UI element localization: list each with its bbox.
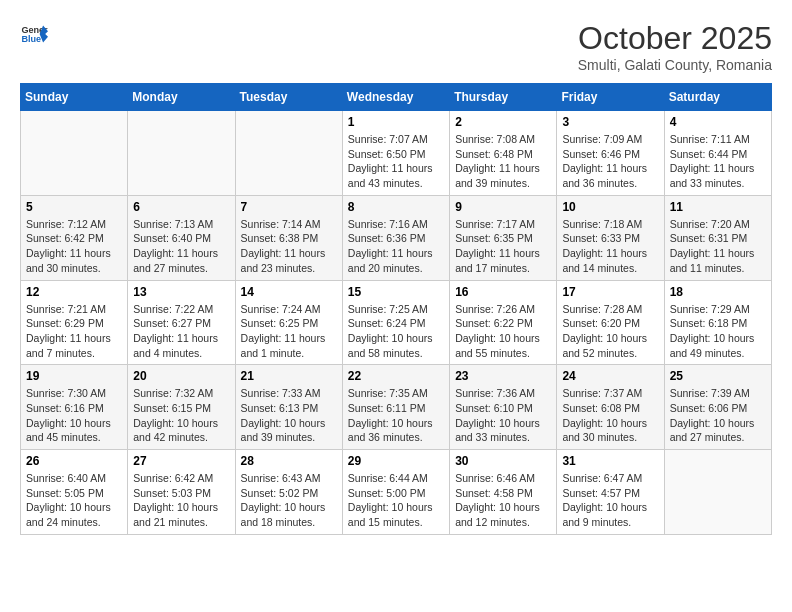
cell-content: Sunrise: 7:33 AM Sunset: 6:13 PM Dayligh… xyxy=(241,386,337,445)
day-number: 28 xyxy=(241,454,337,468)
day-number: 2 xyxy=(455,115,551,129)
logo: General Blue xyxy=(20,20,48,48)
calendar-cell: 7Sunrise: 7:14 AM Sunset: 6:38 PM Daylig… xyxy=(235,195,342,280)
day-number: 16 xyxy=(455,285,551,299)
day-number: 7 xyxy=(241,200,337,214)
calendar-cell: 21Sunrise: 7:33 AM Sunset: 6:13 PM Dayli… xyxy=(235,365,342,450)
cell-content: Sunrise: 6:47 AM Sunset: 4:57 PM Dayligh… xyxy=(562,471,658,530)
cell-content: Sunrise: 7:39 AM Sunset: 6:06 PM Dayligh… xyxy=(670,386,766,445)
col-saturday: Saturday xyxy=(664,84,771,111)
calendar-cell: 12Sunrise: 7:21 AM Sunset: 6:29 PM Dayli… xyxy=(21,280,128,365)
calendar-cell xyxy=(235,111,342,196)
header-row: Sunday Monday Tuesday Wednesday Thursday… xyxy=(21,84,772,111)
day-number: 12 xyxy=(26,285,122,299)
cell-content: Sunrise: 7:32 AM Sunset: 6:15 PM Dayligh… xyxy=(133,386,229,445)
calendar-cell: 28Sunrise: 6:43 AM Sunset: 5:02 PM Dayli… xyxy=(235,450,342,535)
day-number: 29 xyxy=(348,454,444,468)
cell-content: Sunrise: 7:20 AM Sunset: 6:31 PM Dayligh… xyxy=(670,217,766,276)
calendar-cell: 15Sunrise: 7:25 AM Sunset: 6:24 PM Dayli… xyxy=(342,280,449,365)
calendar-cell xyxy=(664,450,771,535)
calendar-title: October 2025 xyxy=(578,20,772,57)
calendar-cell: 24Sunrise: 7:37 AM Sunset: 6:08 PM Dayli… xyxy=(557,365,664,450)
day-number: 4 xyxy=(670,115,766,129)
calendar-cell: 20Sunrise: 7:32 AM Sunset: 6:15 PM Dayli… xyxy=(128,365,235,450)
cell-content: Sunrise: 6:44 AM Sunset: 5:00 PM Dayligh… xyxy=(348,471,444,530)
day-number: 22 xyxy=(348,369,444,383)
day-number: 5 xyxy=(26,200,122,214)
calendar-table: Sunday Monday Tuesday Wednesday Thursday… xyxy=(20,83,772,535)
title-section: October 2025 Smulti, Galati County, Roma… xyxy=(578,20,772,73)
cell-content: Sunrise: 7:09 AM Sunset: 6:46 PM Dayligh… xyxy=(562,132,658,191)
day-number: 6 xyxy=(133,200,229,214)
calendar-cell: 29Sunrise: 6:44 AM Sunset: 5:00 PM Dayli… xyxy=(342,450,449,535)
day-number: 21 xyxy=(241,369,337,383)
day-number: 19 xyxy=(26,369,122,383)
calendar-week-5: 26Sunrise: 6:40 AM Sunset: 5:05 PM Dayli… xyxy=(21,450,772,535)
calendar-cell: 22Sunrise: 7:35 AM Sunset: 6:11 PM Dayli… xyxy=(342,365,449,450)
day-number: 10 xyxy=(562,200,658,214)
logo-icon: General Blue xyxy=(20,20,48,48)
calendar-cell: 5Sunrise: 7:12 AM Sunset: 6:42 PM Daylig… xyxy=(21,195,128,280)
day-number: 26 xyxy=(26,454,122,468)
page-header: General Blue October 2025 Smulti, Galati… xyxy=(20,20,772,73)
cell-content: Sunrise: 7:35 AM Sunset: 6:11 PM Dayligh… xyxy=(348,386,444,445)
col-tuesday: Tuesday xyxy=(235,84,342,111)
calendar-cell: 25Sunrise: 7:39 AM Sunset: 6:06 PM Dayli… xyxy=(664,365,771,450)
calendar-cell: 3Sunrise: 7:09 AM Sunset: 6:46 PM Daylig… xyxy=(557,111,664,196)
day-number: 9 xyxy=(455,200,551,214)
cell-content: Sunrise: 7:24 AM Sunset: 6:25 PM Dayligh… xyxy=(241,302,337,361)
day-number: 25 xyxy=(670,369,766,383)
calendar-cell: 30Sunrise: 6:46 AM Sunset: 4:58 PM Dayli… xyxy=(450,450,557,535)
calendar-cell: 16Sunrise: 7:26 AM Sunset: 6:22 PM Dayli… xyxy=(450,280,557,365)
col-friday: Friday xyxy=(557,84,664,111)
calendar-cell: 6Sunrise: 7:13 AM Sunset: 6:40 PM Daylig… xyxy=(128,195,235,280)
calendar-cell xyxy=(128,111,235,196)
day-number: 30 xyxy=(455,454,551,468)
day-number: 11 xyxy=(670,200,766,214)
calendar-cell: 11Sunrise: 7:20 AM Sunset: 6:31 PM Dayli… xyxy=(664,195,771,280)
col-monday: Monday xyxy=(128,84,235,111)
cell-content: Sunrise: 7:29 AM Sunset: 6:18 PM Dayligh… xyxy=(670,302,766,361)
cell-content: Sunrise: 6:42 AM Sunset: 5:03 PM Dayligh… xyxy=(133,471,229,530)
col-sunday: Sunday xyxy=(21,84,128,111)
calendar-cell: 14Sunrise: 7:24 AM Sunset: 6:25 PM Dayli… xyxy=(235,280,342,365)
day-number: 3 xyxy=(562,115,658,129)
calendar-cell: 13Sunrise: 7:22 AM Sunset: 6:27 PM Dayli… xyxy=(128,280,235,365)
day-number: 17 xyxy=(562,285,658,299)
cell-content: Sunrise: 6:43 AM Sunset: 5:02 PM Dayligh… xyxy=(241,471,337,530)
cell-content: Sunrise: 7:36 AM Sunset: 6:10 PM Dayligh… xyxy=(455,386,551,445)
day-number: 18 xyxy=(670,285,766,299)
day-number: 23 xyxy=(455,369,551,383)
calendar-cell: 31Sunrise: 6:47 AM Sunset: 4:57 PM Dayli… xyxy=(557,450,664,535)
cell-content: Sunrise: 7:16 AM Sunset: 6:36 PM Dayligh… xyxy=(348,217,444,276)
calendar-cell: 9Sunrise: 7:17 AM Sunset: 6:35 PM Daylig… xyxy=(450,195,557,280)
day-number: 1 xyxy=(348,115,444,129)
calendar-cell: 4Sunrise: 7:11 AM Sunset: 6:44 PM Daylig… xyxy=(664,111,771,196)
day-number: 31 xyxy=(562,454,658,468)
cell-content: Sunrise: 7:08 AM Sunset: 6:48 PM Dayligh… xyxy=(455,132,551,191)
cell-content: Sunrise: 7:13 AM Sunset: 6:40 PM Dayligh… xyxy=(133,217,229,276)
calendar-week-3: 12Sunrise: 7:21 AM Sunset: 6:29 PM Dayli… xyxy=(21,280,772,365)
cell-content: Sunrise: 7:17 AM Sunset: 6:35 PM Dayligh… xyxy=(455,217,551,276)
cell-content: Sunrise: 7:14 AM Sunset: 6:38 PM Dayligh… xyxy=(241,217,337,276)
calendar-cell: 8Sunrise: 7:16 AM Sunset: 6:36 PM Daylig… xyxy=(342,195,449,280)
calendar-cell: 27Sunrise: 6:42 AM Sunset: 5:03 PM Dayli… xyxy=(128,450,235,535)
day-number: 8 xyxy=(348,200,444,214)
calendar-cell xyxy=(21,111,128,196)
cell-content: Sunrise: 7:18 AM Sunset: 6:33 PM Dayligh… xyxy=(562,217,658,276)
calendar-cell: 18Sunrise: 7:29 AM Sunset: 6:18 PM Dayli… xyxy=(664,280,771,365)
cell-content: Sunrise: 7:26 AM Sunset: 6:22 PM Dayligh… xyxy=(455,302,551,361)
day-number: 13 xyxy=(133,285,229,299)
col-wednesday: Wednesday xyxy=(342,84,449,111)
cell-content: Sunrise: 7:12 AM Sunset: 6:42 PM Dayligh… xyxy=(26,217,122,276)
cell-content: Sunrise: 7:22 AM Sunset: 6:27 PM Dayligh… xyxy=(133,302,229,361)
day-number: 15 xyxy=(348,285,444,299)
col-thursday: Thursday xyxy=(450,84,557,111)
calendar-cell: 2Sunrise: 7:08 AM Sunset: 6:48 PM Daylig… xyxy=(450,111,557,196)
cell-content: Sunrise: 6:46 AM Sunset: 4:58 PM Dayligh… xyxy=(455,471,551,530)
cell-content: Sunrise: 7:30 AM Sunset: 6:16 PM Dayligh… xyxy=(26,386,122,445)
cell-content: Sunrise: 7:11 AM Sunset: 6:44 PM Dayligh… xyxy=(670,132,766,191)
cell-content: Sunrise: 7:37 AM Sunset: 6:08 PM Dayligh… xyxy=(562,386,658,445)
day-number: 14 xyxy=(241,285,337,299)
svg-text:Blue: Blue xyxy=(21,34,41,44)
